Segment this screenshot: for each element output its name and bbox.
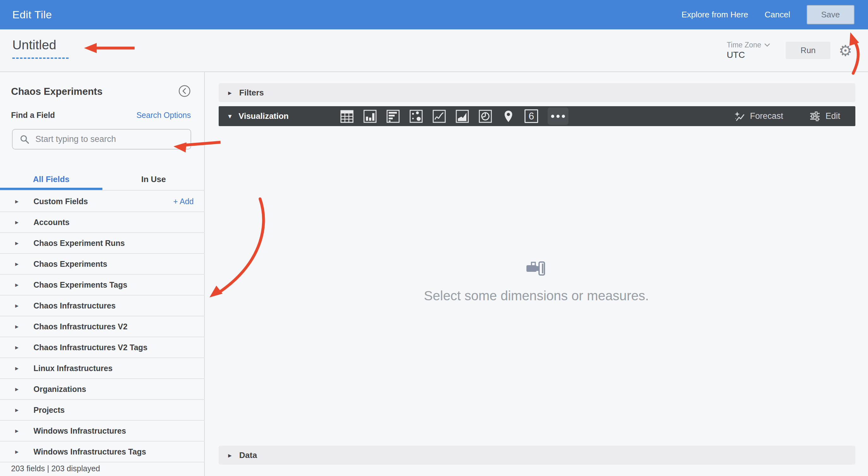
field-group-organizations[interactable]: Organizations: [0, 379, 205, 400]
forecast-sparkle-icon: [734, 111, 745, 122]
field-group-chaos-infrastructures-v2-tags[interactable]: Chaos Infrastructures V2 Tags: [0, 337, 205, 358]
find-a-field-label: Find a Field: [11, 111, 55, 120]
field-search-box[interactable]: [12, 129, 191, 149]
search-input[interactable]: [35, 134, 175, 144]
caret-right-icon: [228, 451, 231, 459]
edit-tile-window: Edit Tile Explore from Here Cancel Save …: [0, 0, 868, 476]
field-tabs: All Fields In Use: [0, 167, 205, 190]
caret-right-icon: [15, 385, 22, 393]
data-section-header[interactable]: Data: [219, 446, 855, 465]
search-icon: [20, 134, 30, 144]
pie-chart-icon[interactable]: [478, 109, 492, 124]
field-group-custom-fields[interactable]: Custom Fields + Add: [0, 191, 205, 212]
viz-toolbar-right: Forecast Edit: [734, 111, 855, 122]
caret-right-icon: [15, 281, 22, 289]
toolbar: Untitled Time Zone UTC Run: [0, 29, 868, 72]
caret-right-icon: [15, 364, 22, 372]
page-title: Edit Tile: [12, 8, 52, 21]
table-icon[interactable]: [340, 109, 354, 124]
add-custom-field-button[interactable]: + Add: [173, 197, 194, 206]
run-button[interactable]: Run: [786, 42, 830, 59]
caret-right-icon: [15, 427, 22, 435]
tile-title-input[interactable]: Untitled: [12, 38, 56, 53]
caret-right-icon: [15, 344, 22, 351]
caret-right-icon: [15, 218, 22, 226]
find-a-field-row: Find a Field Search Options: [11, 111, 191, 120]
field-picker-sidebar: Chaos Experiments Find a Field Search Op…: [0, 72, 205, 476]
caret-right-icon: [15, 448, 22, 455]
field-group-linux-infrastructures[interactable]: Linux Infrastructures: [0, 358, 205, 379]
field-group-accounts[interactable]: Accounts: [0, 212, 205, 233]
collapse-sidebar-icon[interactable]: [178, 85, 191, 97]
tab-in-use[interactable]: In Use: [102, 167, 205, 190]
timezone-selector[interactable]: Time Zone UTC: [727, 41, 770, 60]
tab-all-fields[interactable]: All Fields: [0, 167, 102, 190]
search-options-link[interactable]: Search Options: [136, 111, 191, 120]
column-chart-icon[interactable]: [363, 109, 377, 124]
chevron-down-icon: [764, 43, 770, 47]
app-header: Edit Tile Explore from Here Cancel Save: [0, 0, 868, 29]
explore-name-title: Chaos Experiments: [11, 86, 102, 97]
field-group-projects[interactable]: Projects: [0, 400, 205, 421]
field-count-status: 203 fields | 203 displayed: [11, 464, 100, 473]
caret-down-icon[interactable]: [228, 112, 231, 120]
tile-title-underline: [12, 58, 68, 59]
header-actions: Explore from Here Cancel Save: [682, 5, 868, 24]
caret-right-icon: [15, 239, 22, 247]
field-group-chaos-experiments[interactable]: Chaos Experiments: [0, 254, 205, 275]
field-group-chaos-infrastructures[interactable]: Chaos Infrastructures: [0, 296, 205, 317]
gear-icon[interactable]: [839, 43, 852, 58]
line-chart-icon[interactable]: [432, 109, 446, 124]
timezone-label: Time Zone: [727, 41, 761, 49]
cancel-button[interactable]: Cancel: [765, 10, 790, 20]
field-group-chaos-infrastructures-v2[interactable]: Chaos Infrastructures V2: [0, 317, 205, 337]
toolbar-right: Time Zone UTC Run: [727, 29, 852, 71]
explore-main-area: Filters Visualization: [205, 72, 868, 476]
edit-viz-button[interactable]: Edit: [810, 111, 840, 122]
caret-right-icon: [15, 198, 22, 205]
caret-right-icon: [15, 260, 22, 268]
visualization-section-header: Visualization: [219, 106, 855, 126]
save-button[interactable]: Save: [807, 5, 855, 24]
single-value-icon[interactable]: 6: [525, 109, 538, 124]
field-group-chaos-experiment-runs[interactable]: Chaos Experiment Runs: [0, 233, 205, 254]
caret-right-icon: [15, 302, 22, 309]
field-group-windows-infrastructures-tags[interactable]: Windows Infrastructures Tags: [0, 442, 205, 463]
explore-from-here-button[interactable]: Explore from Here: [682, 10, 748, 20]
caret-right-icon: [15, 323, 22, 330]
field-group-chaos-experiments-tags[interactable]: Chaos Experiments Tags: [0, 275, 205, 296]
timezone-value: UTC: [727, 50, 745, 60]
field-group-windows-infrastructures[interactable]: Windows Infrastructures: [0, 421, 205, 442]
filters-section-header[interactable]: Filters: [219, 83, 855, 102]
more-viz-types-icon[interactable]: [548, 108, 568, 125]
viz-empty-state: Select some dimensions or measures.: [205, 261, 868, 303]
flashlight-icon: [525, 261, 549, 276]
sliders-icon: [810, 111, 820, 122]
caret-right-icon: [228, 89, 231, 97]
field-group-list: Custom Fields + Add Accounts Chaos Exper…: [0, 191, 205, 463]
divider: [0, 190, 205, 190]
area-chart-icon[interactable]: [455, 109, 469, 124]
caret-right-icon: [15, 406, 22, 414]
bar-chart-icon[interactable]: [386, 109, 400, 124]
viz-type-picker: 6: [340, 108, 568, 125]
scatter-icon[interactable]: [409, 109, 423, 124]
map-pin-icon[interactable]: [501, 109, 515, 124]
empty-state-message: Select some dimensions or measures.: [205, 288, 868, 303]
active-tab-underline: [0, 188, 102, 190]
forecast-button[interactable]: Forecast: [734, 111, 783, 122]
